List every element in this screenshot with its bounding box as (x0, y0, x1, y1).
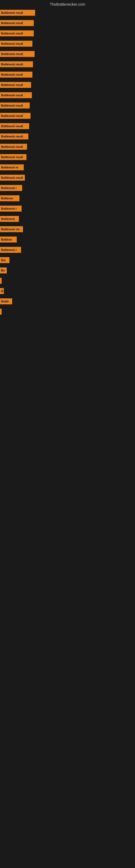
bottleneck-bar: Bottleneck result (0, 92, 32, 98)
bar-label: Bottleneck re (1, 166, 18, 169)
bar-label: Bottleneck result (1, 22, 23, 25)
bottleneck-bar: Bottleneck result (0, 61, 33, 67)
bar-row: Bottleneck res (0, 224, 135, 235)
bar-label: Bottleneck r (1, 248, 17, 251)
bar-row: Bottleneck result (0, 80, 135, 90)
bar-label: Bo (1, 269, 5, 272)
bar-row (0, 276, 135, 286)
bar-row: Bottleneck re (0, 162, 135, 173)
bar-label: Bottleneck result (1, 135, 23, 138)
bar-label: Bottleneck res (1, 228, 20, 231)
bar-row: B (0, 286, 135, 296)
bottleneck-bar: Bottleneck result (0, 123, 29, 129)
bar-row: Bottleneck result (0, 8, 135, 18)
bottleneck-bar: Bottleneck r (0, 247, 21, 253)
bar-row: Bottleneck result (0, 38, 135, 49)
bottleneck-bar: Bottleneck result (0, 82, 31, 88)
bar-row: Bottleneck result (0, 69, 135, 80)
bottleneck-bar: Bottleneck (0, 216, 19, 222)
bar-label: Bottleneck result (1, 145, 23, 148)
bar-label: Bottleneck result (1, 42, 23, 45)
bar-row: Bottle (0, 296, 135, 307)
bar-label: Bottleneck result (1, 32, 23, 35)
bottleneck-bar: Bottleneck result (0, 10, 35, 16)
bar-label: B (1, 290, 3, 293)
site-title: TheBottlenecker.com (0, 0, 135, 8)
bottleneck-bar: Bottleneck result (0, 20, 34, 26)
bottleneck-bar: Bo (0, 268, 7, 273)
bottleneck-bar: Bottleneck result (0, 133, 28, 140)
bar-row: Bottleneck result (0, 18, 135, 28)
bar-label: Bottleneck result (1, 84, 23, 87)
bar-row: Bot (0, 255, 135, 265)
bar-label: Bottleneck result (1, 176, 23, 179)
bottleneck-bar: Bottleneck result (0, 72, 32, 78)
bar-row: Bottleneck result (0, 121, 135, 131)
bar-row: Bo (0, 265, 135, 276)
bar-label: Bot (1, 259, 6, 262)
bar-label: Bottleneck result (1, 94, 23, 97)
bottleneck-bar: Bottleneck result (0, 175, 25, 181)
bar-row (0, 307, 135, 317)
bottleneck-bar: Bottleneck result (0, 41, 32, 46)
bar-label: Bottleneck result (1, 156, 23, 159)
bar-row: Bottleneck result (0, 90, 135, 100)
bar-row: Bottleneck result (0, 28, 135, 38)
bar-row: Bottleneck result (0, 142, 135, 152)
bottleneck-bar: Bottleneck r (0, 206, 21, 212)
bottleneck-bar (0, 309, 2, 315)
bar-row: Bottleneck r (0, 183, 135, 193)
bar-label: Bottleneck r (1, 187, 17, 190)
bottleneck-bar: Bottleneck result (0, 113, 31, 119)
bar-row: Bottleneck result (0, 100, 135, 111)
bottleneck-bar: Bottleneck result (0, 144, 27, 150)
bar-row: Bottleneck r (0, 245, 135, 255)
bar-label: Bottleneck result (1, 125, 23, 128)
bar-row: Bottleneck result (0, 59, 135, 69)
bottleneck-bar: B (0, 288, 4, 294)
bottleneck-bar: Bottleneck result (0, 51, 35, 57)
bar-row: Bottleneck (0, 214, 135, 224)
bar-label: Bottlene (1, 238, 12, 241)
bottleneck-bar: Bottleneck r (0, 185, 22, 191)
bar-row: Bottleneck result (0, 131, 135, 142)
bottleneck-bar: Bottleneck re (0, 164, 24, 170)
bar-row: Bottleneck result (0, 152, 135, 162)
bottleneck-bar: Bottleneck result (0, 30, 34, 36)
bar-row: Bottleneck result (0, 111, 135, 121)
chart-container: Bottleneck resultBottleneck resultBottle… (0, 8, 135, 832)
bar-label: Bottleneck result (1, 63, 23, 66)
bottleneck-bar: Bottleneck result (0, 102, 30, 108)
bar-row: Bottlene (0, 235, 135, 245)
bar-label: Bottleneck (1, 218, 15, 220)
bar-row: Bottleneck r (0, 204, 135, 214)
bar-row: Bottlenec (0, 193, 135, 204)
bar-label: Bottleneck result (1, 104, 23, 107)
bar-label: Bottle (1, 300, 9, 303)
bottleneck-bar: Bottleneck res (0, 226, 23, 232)
bottleneck-bar: Bottlenec (0, 195, 19, 201)
header: TheBottlenecker.com (0, 0, 135, 8)
bar-row: Bottleneck result (0, 49, 135, 59)
bar-label: Bottleneck result (1, 53, 23, 56)
bottleneck-bar: Bottleneck result (0, 154, 27, 160)
bottleneck-bar: Bottlene (0, 237, 17, 243)
bar-label: Bottlenec (1, 197, 13, 200)
bottleneck-bar: Bottle (0, 299, 12, 304)
bar-label: Bottleneck r (1, 207, 17, 210)
bottleneck-bar: Bot (0, 257, 9, 263)
bar-label: Bottleneck result (1, 11, 23, 14)
bottleneck-bar (0, 278, 2, 284)
bar-label: Bottleneck result (1, 115, 23, 118)
bar-row: Bottleneck result (0, 173, 135, 183)
bar-label: Bottleneck result (1, 73, 23, 76)
